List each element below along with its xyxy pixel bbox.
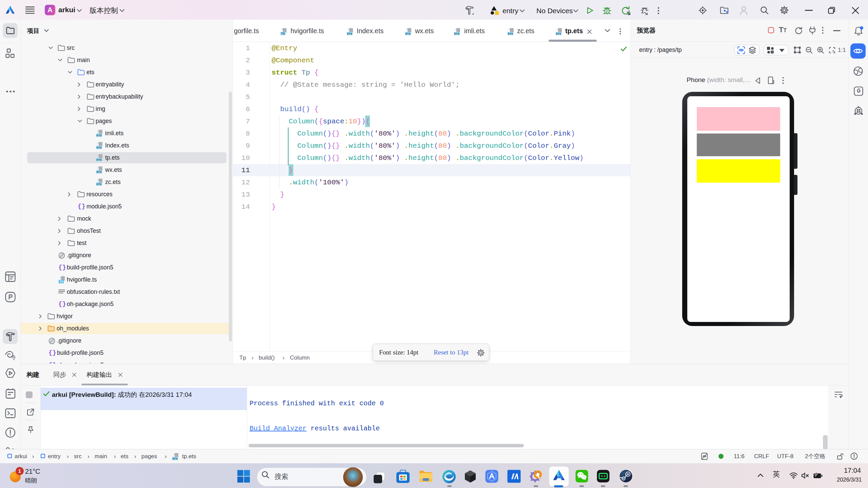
svg-text:TS: TS bbox=[281, 32, 285, 35]
svg-text:ETS: ETS bbox=[405, 32, 411, 35]
svg-text:TS: TS bbox=[59, 280, 63, 283]
svg-text:ETS: ETS bbox=[347, 32, 352, 35]
svg-text:ETS: ETS bbox=[454, 32, 459, 35]
svg-text:ETS: ETS bbox=[96, 183, 102, 186]
svg-text:ETS: ETS bbox=[172, 457, 178, 460]
svg-text:ETS: ETS bbox=[96, 158, 102, 161]
svg-text:ETS: ETS bbox=[508, 32, 513, 35]
svg-text:ETS: ETS bbox=[96, 146, 102, 149]
svg-text:ETS: ETS bbox=[556, 32, 561, 35]
svg-text:ETS: ETS bbox=[96, 134, 102, 137]
svg-text:ETS: ETS bbox=[96, 170, 102, 174]
